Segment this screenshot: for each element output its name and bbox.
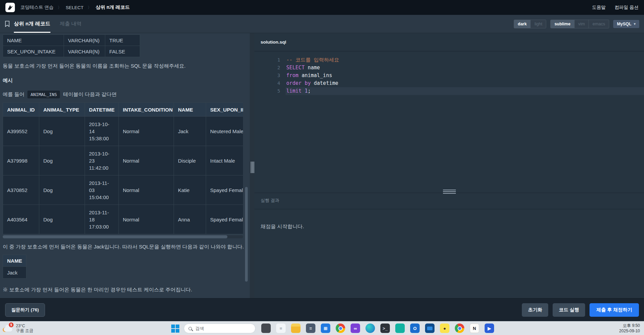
table-row: SEX_UPON_INTAKEVARCHAR(N)FALSE — [3, 46, 140, 57]
code-line[interactable]: 5limit 1; — [254, 87, 644, 95]
taskbar-search-box[interactable]: 검색 — [184, 324, 256, 333]
line-number: 2 — [254, 64, 286, 72]
horizontal-scrollbar-thumb[interactable] — [3, 235, 227, 238]
taskbar-weather-widget[interactable]: 9 23°C 구름 조금 — [2, 323, 33, 334]
breadcrumb-item[interactable]: 코딩테스트 연습 — [20, 4, 54, 10]
table-cell: Anna — [174, 205, 206, 234]
code-text: limit 1; — [286, 87, 644, 95]
footer-action-bar: 질문하기 (76) 초기화 코드 실행 제출 후 채점하기 — [0, 298, 644, 321]
reset-button[interactable]: 초기화 — [522, 303, 548, 317]
code-line[interactable]: 4order by datetime — [254, 79, 644, 87]
microsoft-store-icon[interactable]: ⊞ — [321, 324, 330, 333]
table-cell: VARCHAR(N) — [64, 35, 105, 46]
table-cell: Dog — [39, 146, 85, 175]
column-header: SEX_UPON_INTAKE — [206, 103, 243, 117]
tab-bar: 상위 n개 레코드제출 내역 darklight sublimevimemacs… — [0, 15, 644, 33]
table-cell: 2013-11-18 17:03:00 — [85, 205, 119, 234]
breadcrumb: 코딩테스트 연습〉SELECT〉상위 n개 레코드 — [20, 4, 130, 10]
programmers-logo-icon[interactable] — [5, 3, 15, 12]
table-header-row: NAME — [3, 255, 26, 267]
breadcrumb-separator-icon: 〉 — [58, 5, 62, 10]
example-table-horizontal-scrollbar[interactable] — [3, 235, 243, 238]
language-select[interactable]: MySQL ▾ — [613, 20, 639, 28]
movies-tv-icon[interactable]: ▶ — [485, 324, 494, 333]
output-panel-title: 실행 결과 — [261, 197, 280, 204]
panel-divider[interactable] — [250, 33, 254, 298]
vertical-scrollbar-thumb[interactable] — [245, 187, 248, 282]
table-cell: TRUE — [105, 35, 140, 46]
weather-text: 23°C 구름 조금 — [16, 324, 33, 333]
tabs-option[interactable]: 상위 n개 레코드 — [14, 15, 50, 33]
topbar-links: 도움말컴파일 옵션 — [592, 4, 639, 10]
keymap-toggle-option[interactable]: emacs — [589, 20, 609, 28]
breadcrumb-separator-icon: 〉 — [88, 5, 92, 10]
editor-controls: darklight sublimevimemacs MySQL ▾ — [514, 20, 639, 28]
theme-toggle-option[interactable]: dark — [514, 20, 530, 28]
problem-description-panel: NAMEVARCHAR(N)TRUESEX_UPON_INTAKEVARCHAR… — [0, 33, 250, 298]
weather-cloud-icon: 9 — [2, 323, 14, 334]
code-line[interactable]: 2SELECT name — [254, 64, 644, 72]
search-icon — [188, 327, 192, 330]
ask-question-button[interactable]: 질문하기 (76) — [5, 303, 45, 317]
terminal-icon[interactable]: >_ — [380, 324, 390, 333]
notion-icon[interactable]: N — [470, 324, 479, 333]
start-button[interactable] — [171, 324, 180, 333]
footer-right-buttons: 초기화 코드 실행 제출 후 채점하기 — [522, 303, 639, 317]
grading-message: 채점을 시작합니다. — [261, 223, 304, 230]
editor-filename: solution.sql — [261, 40, 286, 45]
table-cell: A403564 — [3, 205, 39, 234]
panel-divider-handle-icon[interactable] — [251, 162, 254, 173]
table-row: NAMEVARCHAR(N)TRUE — [3, 35, 140, 46]
code-line[interactable]: 1-- 코드를 입력하세요 — [254, 56, 644, 64]
table-cell: Dog — [39, 175, 85, 205]
run-code-button[interactable]: 코드 실행 — [553, 303, 585, 317]
taskbar-clock[interactable]: 오후 9:50 2025-09-10 — [619, 323, 640, 334]
code-text: order by datetime — [286, 79, 644, 87]
line-number: 4 — [254, 79, 286, 87]
table-cell: Normal — [119, 117, 174, 146]
submit-button[interactable]: 제출 후 채점하기 — [590, 303, 639, 317]
table-cell: Normal — [119, 146, 174, 175]
table-row: A399552Dog2013-10-14 15:38:00NormalJackN… — [3, 117, 243, 146]
chrome-work-icon[interactable] — [455, 324, 464, 333]
topbar-link[interactable]: 컴파일 옵션 — [615, 4, 639, 10]
example-table: ANIMAL_IDANIMAL_TYPEDATETIMEINTAKE_CONDI… — [3, 102, 243, 234]
theme-toggle-option[interactable]: light — [530, 20, 546, 28]
table-cell: 2013-10-23 11:42:00 — [85, 146, 119, 175]
chrome-icon[interactable] — [336, 324, 345, 333]
example-conclusion: 이 중 가장 보호소에 먼저 들어온 동물은 Jack입니다. 따라서 SQL문… — [3, 244, 250, 250]
topbar-link[interactable]: 도움말 — [592, 4, 606, 10]
weather-desc: 구름 조금 — [16, 328, 33, 333]
table-row: A379998Dog2013-10-23 11:42:00NormalDisci… — [3, 146, 243, 175]
bookmark-icon[interactable] — [5, 21, 10, 27]
example-heading: 예시 — [3, 77, 250, 84]
theme-toggle: darklight — [514, 20, 546, 28]
tabs: 상위 n개 레코드제출 내역 — [14, 15, 91, 33]
breadcrumb-item: 상위 n개 레코드 — [95, 4, 130, 10]
keymap-toggle-option[interactable]: vim — [574, 20, 589, 28]
outlook-icon[interactable]: O — [410, 324, 420, 333]
teal-app-icon[interactable] — [395, 324, 405, 333]
taskbar-app-icons: ≡=⊞∞>_O●N▶ — [261, 324, 494, 333]
code-line[interactable]: 3from animal_ins — [254, 72, 644, 79]
visual-studio-icon[interactable]: ∞ — [351, 324, 360, 333]
breadcrumb-item[interactable]: SELECT — [65, 5, 84, 10]
code-editor[interactable]: 1-- 코드를 입력하세요2SELECT name3from animal_in… — [254, 51, 644, 95]
keymap-toggle-option[interactable]: sublime — [551, 20, 574, 28]
kakaotalk-icon[interactable]: ● — [440, 324, 449, 333]
snipping-tool-icon[interactable] — [261, 324, 271, 333]
file-explorer-icon[interactable] — [291, 324, 301, 333]
edge-icon[interactable] — [365, 324, 375, 333]
output-separator — [254, 209, 644, 209]
table-cell: 2013-11-03 15:04:00 — [85, 175, 119, 205]
output-divider-handle-icon[interactable] — [443, 190, 456, 194]
remote-desktop-icon[interactable] — [425, 324, 435, 333]
calculator-icon[interactable]: = — [306, 324, 315, 333]
tabs-option[interactable]: 제출 내역 — [60, 15, 82, 33]
notepad-icon[interactable]: ≡ — [276, 324, 286, 333]
screen: 코딩테스트 연습〉SELECT〉상위 n개 레코드 도움말컴파일 옵션 상위 n… — [0, 0, 644, 335]
example-intro-suffix: 테이블이 다음과 같다면 — [63, 91, 116, 98]
table-cell: Intact Male — [206, 146, 243, 175]
column-header: NAME — [174, 103, 206, 117]
line-number: 1 — [254, 56, 286, 64]
